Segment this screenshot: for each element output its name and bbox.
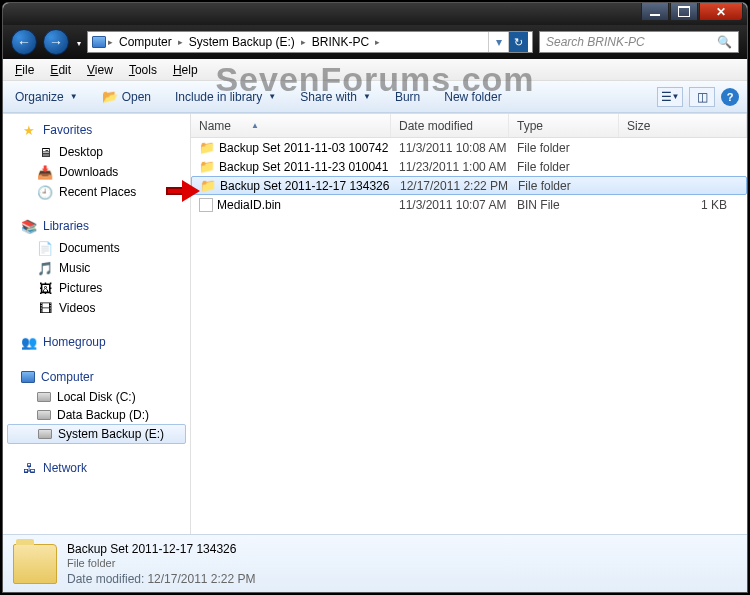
crumb-folder[interactable]: BRINK-PC	[308, 34, 373, 50]
new-folder-button[interactable]: New folder	[440, 88, 505, 106]
sidebar-item-desktop[interactable]: 🖥Desktop	[3, 142, 190, 162]
documents-icon: 📄	[37, 240, 53, 256]
search-icon: 🔍	[717, 35, 732, 49]
recent-icon: 🕘	[37, 184, 53, 200]
drive-icon	[37, 410, 51, 420]
file-date: 11/23/2011 1:00 AM	[391, 160, 509, 174]
include-library-button[interactable]: Include in library▼	[171, 88, 280, 106]
menu-bar: File Edit View Tools Help	[3, 59, 747, 81]
file-list-pane: Name▲ Date modified Type Size 📁Backup Se…	[191, 114, 747, 534]
burn-button[interactable]: Burn	[391, 88, 424, 106]
crumb-drive[interactable]: System Backup (E:)	[185, 34, 299, 50]
menu-edit[interactable]: Edit	[44, 61, 77, 79]
navigation-pane: ★Favorites 🖥Desktop 📥Downloads 🕘Recent P…	[3, 114, 191, 534]
computer-icon	[92, 36, 106, 48]
sidebar-computer[interactable]: ◢Computer	[3, 368, 190, 388]
file-row[interactable]: 📁Backup Set 2011-12-17 13432612/17/2011 …	[191, 176, 747, 195]
history-dropdown[interactable]	[75, 35, 81, 49]
file-list[interactable]: 📁Backup Set 2011-11-03 10074211/3/2011 1…	[191, 138, 747, 534]
column-type[interactable]: Type	[509, 114, 619, 137]
homegroup-icon: 👥	[21, 334, 37, 350]
sidebar-homegroup[interactable]: 👥Homegroup	[3, 332, 190, 354]
titlebar[interactable]	[3, 3, 747, 25]
sidebar-item-downloads[interactable]: 📥Downloads	[3, 162, 190, 182]
sidebar-item-documents[interactable]: 📄Documents	[3, 238, 190, 258]
maximize-button[interactable]	[670, 3, 698, 21]
file-type: BIN File	[509, 198, 619, 212]
file-date: 12/17/2011 2:22 PM	[392, 179, 510, 193]
computer-icon	[21, 371, 35, 383]
sidebar-libraries[interactable]: 📚Libraries	[3, 216, 190, 238]
refresh-button[interactable]: ↻	[508, 32, 528, 52]
sidebar-item-recent[interactable]: 🕘Recent Places	[3, 182, 190, 202]
details-name: Backup Set 2011-12-17 134326	[67, 542, 256, 556]
sidebar-item-pictures[interactable]: 🖼Pictures	[3, 278, 190, 298]
folder-icon: 📁	[199, 159, 215, 175]
details-modified: Date modified: 12/17/2011 2:22 PM	[67, 572, 256, 586]
pictures-icon: 🖼	[37, 280, 53, 296]
address-bar[interactable]: ▸ Computer ▸ System Backup (E:) ▸ BRINK-…	[87, 31, 533, 53]
sidebar-item-videos[interactable]: 🎞Videos	[3, 298, 190, 318]
minimize-button[interactable]	[641, 3, 669, 21]
downloads-icon: 📥	[37, 164, 53, 180]
file-name: Backup Set 2011-12-17 134326	[220, 179, 389, 193]
folder-open-icon: 📂	[102, 89, 118, 105]
file-type: File folder	[510, 179, 620, 193]
file-date: 11/3/2011 10:08 AM	[391, 141, 509, 155]
crumb-computer[interactable]: Computer	[115, 34, 176, 50]
callout-arrow	[166, 180, 200, 202]
file-date: 11/3/2011 10:07 AM	[391, 198, 509, 212]
file-type: File folder	[509, 141, 619, 155]
back-button[interactable]: ←	[11, 29, 37, 55]
column-size[interactable]: Size	[619, 114, 747, 137]
column-name[interactable]: Name▲	[191, 114, 391, 137]
sidebar-item-drive-c[interactable]: Local Disk (C:)	[3, 388, 190, 406]
file-type: File folder	[509, 160, 619, 174]
preview-pane-button[interactable]: ◫	[689, 87, 715, 107]
file-row[interactable]: MediaID.bin11/3/2011 10:07 AMBIN File1 K…	[191, 195, 747, 214]
folder-icon	[13, 544, 57, 584]
sidebar-item-drive-e[interactable]: System Backup (E:)	[7, 424, 186, 444]
file-name: Backup Set 2011-11-23 010041	[219, 160, 388, 174]
explorer-window: ← → ▸ Computer ▸ System Backup (E:) ▸ BR…	[2, 2, 748, 593]
open-button[interactable]: 📂Open	[98, 87, 155, 107]
libraries-icon: 📚	[21, 218, 37, 234]
music-icon: 🎵	[37, 260, 53, 276]
organize-button[interactable]: Organize▼	[11, 88, 82, 106]
share-button[interactable]: Share with▼	[296, 88, 375, 106]
file-name: MediaID.bin	[217, 198, 281, 212]
desktop-icon: 🖥	[37, 144, 53, 160]
menu-file[interactable]: File	[9, 61, 40, 79]
drive-icon	[37, 392, 51, 402]
sidebar-network[interactable]: 🖧Network	[3, 458, 190, 480]
crumb-sep[interactable]: ▸	[108, 37, 113, 47]
menu-tools[interactable]: Tools	[123, 61, 163, 79]
file-size: 1 KB	[619, 198, 747, 212]
sidebar-item-drive-d[interactable]: Data Backup (D:)	[3, 406, 190, 424]
details-pane: Backup Set 2011-12-17 134326 File folder…	[3, 534, 747, 592]
menu-help[interactable]: Help	[167, 61, 204, 79]
sidebar-favorites[interactable]: ★Favorites	[3, 120, 190, 142]
search-input[interactable]: Search BRINK-PC 🔍	[539, 31, 739, 53]
file-row[interactable]: 📁Backup Set 2011-11-03 10074211/3/2011 1…	[191, 138, 747, 157]
file-row[interactable]: 📁Backup Set 2011-11-23 01004111/23/2011 …	[191, 157, 747, 176]
star-icon: ★	[21, 122, 37, 138]
file-name: Backup Set 2011-11-03 100742	[219, 141, 388, 155]
folder-icon: 📁	[200, 178, 216, 194]
view-options-button[interactable]: ☰ ▼	[657, 87, 683, 107]
network-icon: 🖧	[21, 460, 37, 476]
column-date[interactable]: Date modified	[391, 114, 509, 137]
nav-toolbar: ← → ▸ Computer ▸ System Backup (E:) ▸ BR…	[3, 25, 747, 59]
column-headers: Name▲ Date modified Type Size	[191, 114, 747, 138]
sidebar-item-music[interactable]: 🎵Music	[3, 258, 190, 278]
details-type: File folder	[67, 557, 256, 569]
drive-icon	[38, 429, 52, 439]
close-button[interactable]	[699, 3, 743, 21]
file-icon	[199, 198, 213, 212]
menu-view[interactable]: View	[81, 61, 119, 79]
forward-button[interactable]: →	[43, 29, 69, 55]
help-button[interactable]: ?	[721, 88, 739, 106]
address-dropdown[interactable]: ▾	[488, 32, 508, 52]
command-bar: Organize▼ 📂Open Include in library▼ Shar…	[3, 81, 747, 113]
folder-icon: 📁	[199, 140, 215, 156]
